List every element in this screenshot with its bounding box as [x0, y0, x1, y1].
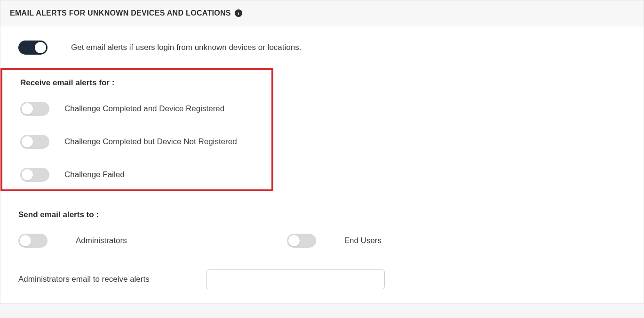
send-col-end-users: End Users — [287, 234, 382, 248]
panel-header: EMAIL ALERTS FOR UNKNOWN DEVICES AND LOC… — [0, 0, 644, 26]
main-toggle-row: Get email alerts if users login from unk… — [18, 41, 626, 55]
panel-body: Get email alerts if users login from unk… — [0, 26, 644, 303]
option-row-challenge-failed: Challenge Failed — [20, 168, 271, 182]
toggle-knob — [22, 169, 33, 180]
toggle-end-users[interactable] — [287, 234, 316, 248]
toggle-challenge-completed-not-registered[interactable] — [20, 135, 49, 149]
receive-section-highlight: Receive email alerts for : Challenge Com… — [0, 68, 273, 191]
send-row: Administrators End Users — [18, 234, 626, 248]
email-alerts-description: Get email alerts if users login from unk… — [71, 43, 301, 52]
info-icon[interactable]: i — [235, 9, 242, 17]
send-section-title: Send email alerts to : — [18, 210, 626, 220]
option-label: Challenge Completed and Device Registere… — [64, 104, 224, 114]
send-col-administrators: Administrators — [18, 234, 127, 248]
admin-email-input[interactable] — [206, 269, 385, 289]
panel-title: EMAIL ALERTS FOR UNKNOWN DEVICES AND LOC… — [10, 9, 231, 17]
toggle-knob — [22, 136, 33, 147]
admin-email-label: Administrators email to receive alerts — [18, 275, 150, 284]
option-label-administrators: Administrators — [76, 236, 127, 245]
option-label: Challenge Completed but Device Not Regis… — [64, 137, 237, 147]
admin-email-row: Administrators email to receive alerts — [18, 269, 626, 289]
toggle-knob — [20, 235, 31, 246]
toggle-knob — [35, 42, 46, 53]
email-alerts-toggle[interactable] — [18, 41, 48, 55]
option-row-challenge-completed-not-registered: Challenge Completed but Device Not Regis… — [20, 135, 271, 149]
email-alerts-panel: EMAIL ALERTS FOR UNKNOWN DEVICES AND LOC… — [0, 0, 644, 304]
toggle-knob — [288, 235, 300, 246]
receive-section-title: Receive email alerts for : — [20, 78, 271, 88]
option-label: Challenge Failed — [64, 170, 125, 179]
toggle-challenge-completed-registered[interactable] — [20, 102, 49, 116]
toggle-knob — [22, 103, 33, 114]
toggle-administrators[interactable] — [18, 234, 48, 248]
option-row-challenge-completed-registered: Challenge Completed and Device Registere… — [20, 102, 271, 116]
option-label-end-users: End Users — [344, 236, 382, 245]
toggle-challenge-failed[interactable] — [20, 168, 49, 182]
